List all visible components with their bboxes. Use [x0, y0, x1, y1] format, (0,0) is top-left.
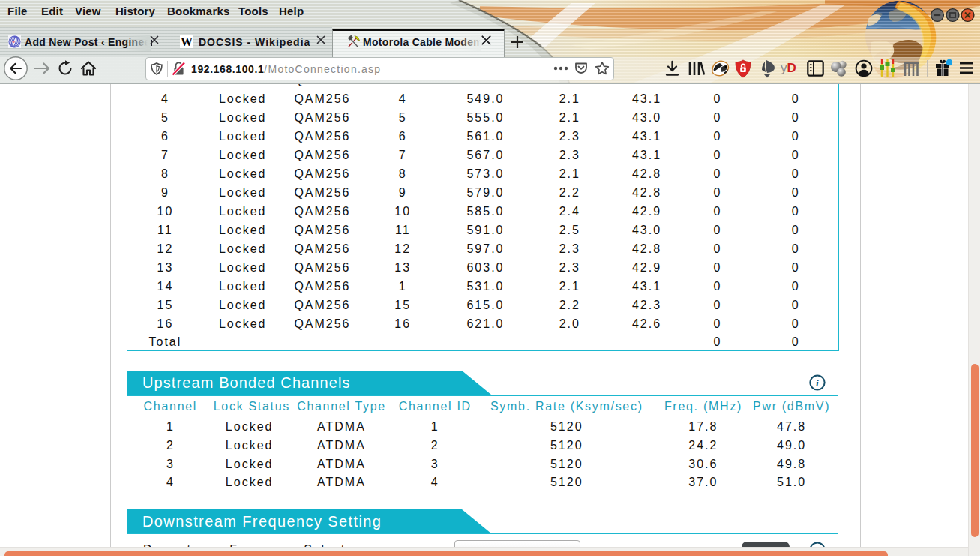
svg-text:i: i — [816, 377, 819, 389]
